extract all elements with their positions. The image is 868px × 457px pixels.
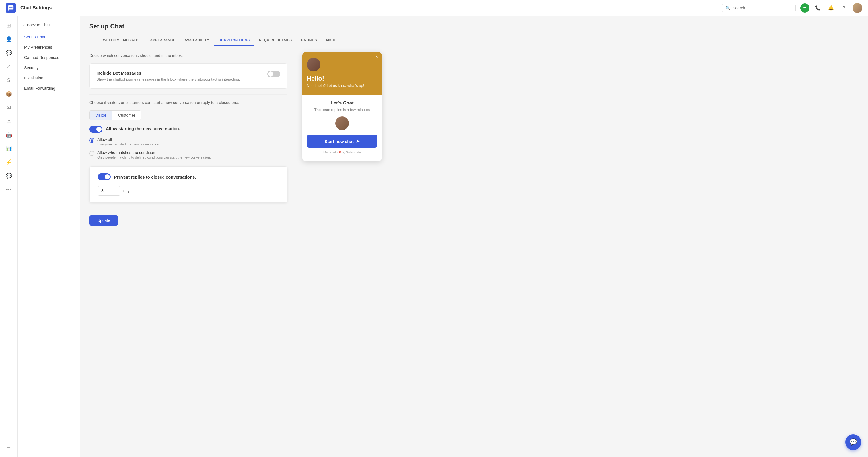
tab-availability[interactable]: AVAILABILITY (180, 35, 214, 46)
page-header: Set up Chat WELCOME MESSAGE APPEARANCE A… (80, 16, 868, 47)
radio-allow-condition[interactable]: Allow who matches the condition Only peo… (89, 150, 287, 159)
days-label: days (123, 188, 132, 193)
nav-icons: + 📞 🔔 ? (800, 3, 862, 13)
chat-agent-avatar (335, 117, 349, 130)
products-icon[interactable]: 📦 (3, 88, 15, 100)
chat-close-icon[interactable]: × (376, 55, 378, 60)
float-chat-icon: 💬 (849, 438, 857, 446)
customer-tab-btn[interactable]: Customer (113, 111, 141, 120)
search-icon: 🔍 (725, 6, 730, 10)
main-content: Decide which conversations should land i… (80, 47, 297, 457)
radio-group: Allow all Everyone can start the new con… (89, 137, 287, 159)
allow-new-conv-row: Allow starting the new conversation. (89, 126, 287, 133)
preview-panel: × Hello! Need help? Let us know what's u… (297, 47, 388, 457)
tab-misc[interactable]: MISC (321, 35, 340, 46)
allow-new-conv-label: Allow starting the new conversation. (106, 126, 180, 131)
tab-conversations[interactable]: CONVERSATIONS (214, 35, 254, 46)
allow-new-conv-toggle[interactable] (89, 126, 102, 133)
chat-header-avatar (307, 58, 320, 71)
contacts-icon[interactable]: 👤 (3, 33, 15, 45)
avatar-image (852, 3, 862, 13)
search-bar[interactable]: 🔍 (722, 4, 796, 12)
app-logo (6, 3, 16, 13)
chat-nav-icon[interactable]: 💬 (3, 47, 15, 59)
new-conv-desc: Choose if visitors or customers can star… (89, 100, 287, 105)
radio-allow-all-circle (89, 138, 94, 143)
radio-allow-condition-text: Allow who matches the condition Only peo… (97, 150, 211, 159)
include-bot-text: Include Bot Messages Show the chatbot jo… (96, 71, 240, 82)
help-icon[interactable]: ? (840, 3, 849, 12)
start-new-chat-button[interactable]: Start new chat ➤ (307, 135, 377, 148)
page-title: Set up Chat (89, 23, 859, 30)
days-input[interactable] (98, 186, 120, 195)
floating-chat-button[interactable]: 💬 (845, 434, 861, 450)
include-bot-desc: Show the chatbot journey messages in the… (96, 77, 240, 82)
sidebar-item-canned-responses[interactable]: Canned Responses (18, 52, 80, 63)
search-input[interactable] (733, 6, 792, 10)
update-button[interactable]: Update (89, 215, 118, 225)
tab-welcome-message[interactable]: WELCOME MESSAGE (98, 35, 146, 46)
more-icon[interactable]: ••• (3, 183, 15, 196)
chat-preview: × Hello! Need help? Let us know what's u… (302, 52, 382, 161)
sidebar: ‹ Back to Chat Set up Chat My Preference… (18, 16, 80, 457)
bell-icon[interactable]: 🔔 (827, 3, 836, 12)
prevent-replies-slider (98, 174, 111, 180)
radio-allow-all[interactable]: Allow all Everyone can start the new con… (89, 137, 287, 146)
team-icon[interactable]: 💬 (3, 170, 15, 182)
bot-icon[interactable]: 🤖 (3, 129, 15, 141)
integrations-icon[interactable]: ⚡ (3, 156, 15, 169)
avatar[interactable] (852, 3, 862, 13)
include-bot-row: Include Bot Messages Show the chatbot jo… (96, 71, 280, 82)
back-icon: ‹ (23, 23, 25, 27)
prevent-replies-toggle-row: Prevent replies to closed conversations. (98, 174, 279, 180)
sidebar-item-security[interactable]: Security (18, 63, 80, 73)
content-row: Decide which conversations should land i… (80, 47, 868, 457)
allow-new-conv-slider (89, 126, 102, 133)
sidebar-item-email-forwarding[interactable]: Email Forwarding (18, 83, 80, 93)
chat-body: Let's Chat The team replies in a few min… (302, 94, 382, 161)
mail-icon[interactable]: ✉ (3, 101, 15, 114)
prevent-replies-toggle[interactable] (98, 174, 111, 180)
sidebar-item-label: My Preferences (24, 45, 52, 50)
radio-allow-all-text: Allow all Everyone can start the new con… (97, 137, 160, 146)
visitor-tab-btn[interactable]: Visitor (90, 111, 113, 120)
tab-ratings[interactable]: RATINGS (297, 35, 322, 46)
sidebar-item-label: Email Forwarding (24, 86, 55, 91)
inbox-icon[interactable]: 🗃 (3, 115, 15, 127)
start-chat-label: Start new chat (324, 139, 354, 144)
sidebar-item-setup-chat[interactable]: Set up Chat (18, 32, 80, 42)
deals-icon[interactable]: $ (3, 74, 15, 87)
include-bot-toggle[interactable] (267, 71, 280, 78)
tab-require-details[interactable]: REQUIRE DETAILS (254, 35, 297, 46)
chat-header-sub: Need help? Let us know what's up! (307, 84, 377, 88)
back-to-chat-link[interactable]: ‹ Back to Chat (18, 21, 80, 32)
prevent-replies-label: Prevent replies to closed conversations. (114, 175, 196, 179)
include-bot-slider (267, 71, 280, 78)
sidebar-item-label: Security (24, 65, 39, 70)
inbox-desc: Decide which conversations should land i… (89, 53, 287, 58)
content-area: Set up Chat WELCOME MESSAGE APPEARANCE A… (80, 16, 868, 457)
chat-hello: Hello! (307, 75, 377, 82)
sidebar-item-installation[interactable]: Installation (18, 73, 80, 83)
analytics-icon[interactable]: 📊 (3, 142, 15, 155)
visitor-customer-tabs: Visitor Customer (89, 111, 141, 120)
tab-appearance[interactable]: APPEARANCE (146, 35, 180, 46)
radio-allow-condition-label: Allow who matches the condition (97, 150, 211, 155)
icon-rail: ⊞ 👤 💬 ✓ $ 📦 ✉ 🗃 🤖 📊 ⚡ 💬 ••• → (0, 16, 18, 457)
back-label: Back to Chat (27, 23, 50, 27)
prevent-replies-block: Prevent replies to closed conversations.… (89, 166, 287, 203)
include-bot-messages-block: Include Bot Messages Show the chatbot jo… (89, 63, 287, 89)
add-button[interactable]: + (800, 3, 809, 12)
sidebar-item-my-preferences[interactable]: My Preferences (18, 42, 80, 52)
sidebar-item-label: Set up Chat (24, 35, 45, 39)
sidebar-item-label: Canned Responses (24, 55, 59, 60)
phone-icon[interactable]: 📞 (813, 3, 823, 12)
top-nav: Chat Settings 🔍 + 📞 🔔 ? (0, 0, 868, 16)
chat-body-title: Let's Chat (307, 100, 377, 106)
tasks-icon[interactable]: ✓ (3, 60, 15, 73)
dashboard-icon[interactable]: ⊞ (3, 19, 15, 32)
heart-icon: ❤ (338, 151, 342, 154)
expand-icon[interactable]: → (3, 441, 15, 454)
tabs-bar: WELCOME MESSAGE APPEARANCE AVAILABILITY … (89, 35, 859, 47)
radio-allow-condition-sublabel: Only people matching to defined conditio… (97, 155, 211, 159)
